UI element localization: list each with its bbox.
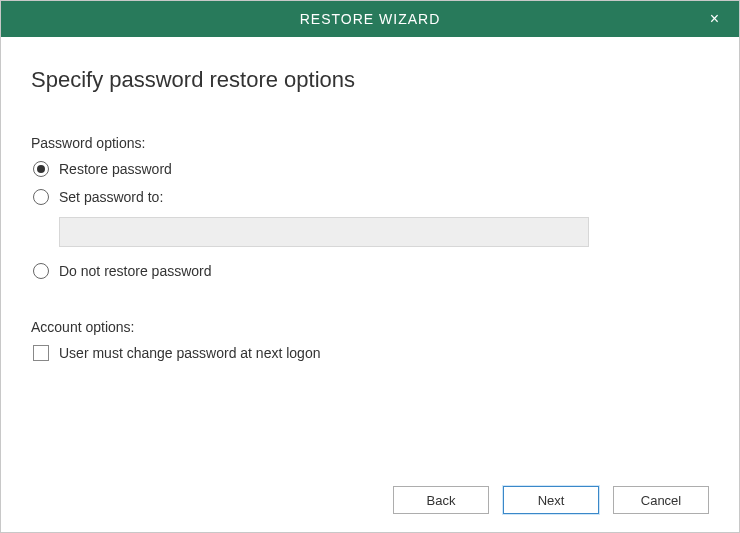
restore-wizard-dialog: RESTORE WIZARD × Specify password restor…	[0, 0, 740, 533]
footer: Back Next Cancel	[1, 474, 739, 532]
cancel-button[interactable]: Cancel	[613, 486, 709, 514]
checkbox-label: User must change password at next logon	[59, 345, 320, 361]
back-button[interactable]: Back	[393, 486, 489, 514]
next-button[interactable]: Next	[503, 486, 599, 514]
set-password-input[interactable]	[59, 217, 589, 247]
close-button[interactable]: ×	[691, 1, 739, 37]
radio-restore-password[interactable]: Restore password	[31, 161, 709, 177]
radio-icon	[33, 161, 49, 177]
radio-label: Set password to:	[59, 189, 163, 205]
content-area: Specify password restore options Passwor…	[1, 37, 739, 474]
checkbox-user-must-change-password[interactable]: User must change password at next logon	[31, 345, 709, 361]
account-options-section: Account options: User must change passwo…	[31, 319, 709, 361]
radio-icon	[33, 263, 49, 279]
titlebar: RESTORE WIZARD ×	[1, 1, 739, 37]
radio-do-not-restore-password[interactable]: Do not restore password	[31, 263, 709, 279]
radio-label: Do not restore password	[59, 263, 212, 279]
window-title: RESTORE WIZARD	[300, 11, 441, 27]
radio-set-password-to[interactable]: Set password to:	[31, 189, 709, 205]
page-heading: Specify password restore options	[31, 67, 709, 93]
account-options-label: Account options:	[31, 319, 709, 335]
radio-icon	[33, 189, 49, 205]
close-icon: ×	[710, 10, 720, 28]
radio-label: Restore password	[59, 161, 172, 177]
password-options-label: Password options:	[31, 135, 709, 151]
checkbox-icon	[33, 345, 49, 361]
